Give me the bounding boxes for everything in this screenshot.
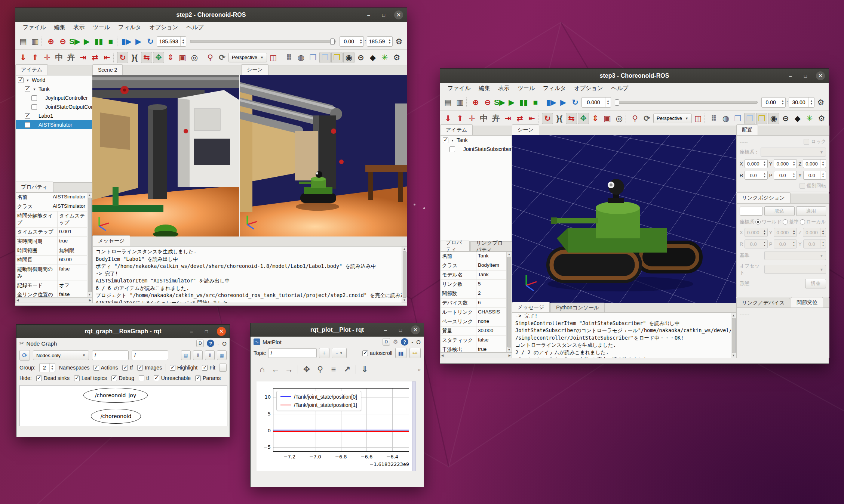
- property-value[interactable]: 無制限: [58, 246, 87, 255]
- item-checkbox[interactable]: [18, 77, 24, 83]
- initial-pose-icon[interactable]: 中: [478, 113, 489, 124]
- toolbar-icon[interactable]: [42, 37, 44, 46]
- scrollbar-vertical[interactable]: ▲▼: [87, 193, 92, 297]
- rotate-sensor-icon[interactable]: ⟳: [641, 113, 653, 124]
- property-value[interactable]: false: [58, 290, 87, 297]
- collision-detection-icon[interactable]: ◫: [268, 52, 279, 63]
- x-spinbox[interactable]: 0.000▲▼: [745, 159, 768, 168]
- pause-simulation-icon[interactable]: ▮▮: [518, 97, 529, 108]
- solid-cube-icon[interactable]: ❐: [307, 52, 319, 63]
- yellow-cube-icon[interactable]: ❐: [331, 52, 343, 63]
- maximize-button[interactable]: □: [202, 327, 211, 336]
- item-tree-row[interactable]: JoyInputController: [16, 93, 92, 102]
- resume-simulation-icon[interactable]: ▶: [506, 97, 517, 108]
- offset-dropdown[interactable]: ▼: [764, 265, 826, 274]
- add-topic-button[interactable]: +: [319, 348, 329, 358]
- lock-checkbox[interactable]: [804, 139, 809, 145]
- property-value[interactable]: 5: [476, 280, 506, 289]
- item-checkbox[interactable]: [25, 113, 30, 119]
- ros-publish-icon[interactable]: ⊕: [45, 36, 56, 47]
- minimize-button[interactable]: –: [364, 10, 373, 19]
- tab-items[interactable]: アイテム: [440, 124, 473, 135]
- point-grid-icon[interactable]: ⠿: [708, 113, 719, 124]
- tab-properties[interactable]: プロパティ: [440, 241, 470, 251]
- titlebar-step2[interactable]: step2 - Choreonoid-ROS – □ ✕: [15, 8, 407, 22]
- restore-body-positions-icon[interactable]: ⇑: [30, 52, 41, 63]
- minimize-button[interactable]: –: [381, 325, 390, 334]
- property-value[interactable]: AISTSimulator: [51, 202, 87, 211]
- playback-start-icon[interactable]: ▶: [558, 97, 569, 108]
- maximize-button[interactable]: □: [801, 71, 810, 80]
- menu-item[interactable]: 表示: [494, 84, 513, 93]
- forward-icon[interactable]: →: [283, 364, 295, 375]
- extra-button[interactable]: [219, 364, 227, 372]
- origin-marker-icon[interactable]: ✛: [466, 113, 478, 124]
- first-person-view-icon[interactable]: ◉: [768, 113, 779, 124]
- open-file-icon[interactable]: ▤: [181, 350, 191, 360]
- save-svg-icon[interactable]: ⇓: [205, 350, 215, 360]
- stop-simulation-icon[interactable]: ■: [105, 36, 116, 47]
- scene-3d-view-1[interactable]: [92, 75, 239, 236]
- playback-sync-icon[interactable]: ▮▶: [546, 97, 557, 108]
- property-value[interactable]: true: [58, 237, 87, 246]
- box-swap-icon[interactable]: ⇄: [514, 113, 525, 124]
- close-button[interactable]: ✕: [411, 325, 420, 334]
- toolbar-icon[interactable]: [201, 53, 204, 62]
- black-cube-icon[interactable]: ◆: [367, 52, 378, 63]
- ros-subscribe-icon[interactable]: ⊖: [57, 36, 68, 47]
- resume-simulation-icon[interactable]: ▶: [81, 36, 92, 47]
- tab-link-device[interactable]: リンク／デバイス: [736, 298, 790, 307]
- item-checkbox[interactable]: [449, 146, 455, 152]
- time-settings-gear-icon[interactable]: ⚙: [815, 97, 826, 108]
- dock-float-button[interactable]: O: [222, 340, 227, 347]
- wireframe-sphere-icon[interactable]: ◍: [295, 52, 307, 63]
- maximize-button[interactable]: □: [396, 325, 405, 334]
- item-tree-row[interactable]: ▾ Tank: [441, 136, 512, 145]
- save-figure-icon[interactable]: ⇓: [358, 364, 371, 375]
- playback-sync-icon[interactable]: ▮▶: [121, 36, 132, 47]
- reload-project-icon[interactable]: ▥: [454, 97, 466, 108]
- menu-item[interactable]: オプション: [146, 23, 182, 32]
- menu-item[interactable]: ヘルプ: [607, 84, 632, 93]
- tab-message[interactable]: メッセージ: [512, 302, 550, 312]
- help-icon[interactable]: ?: [401, 338, 408, 346]
- spin-arrows-icon[interactable]: ▲▼: [387, 37, 392, 46]
- titlebar-step3[interactable]: step3 - Choreonoid-ROS – □ ✕: [440, 69, 829, 83]
- clear-plot-icon[interactable]: ✏: [409, 348, 421, 358]
- time-slider[interactable]: [615, 98, 758, 106]
- yaw-spinbox[interactable]: 0.0▲▼: [803, 171, 826, 180]
- property-value[interactable]: 30.000: [476, 327, 506, 336]
- menu-item[interactable]: ヘルプ: [182, 23, 207, 32]
- transparent-cube-icon[interactable]: ❐: [744, 113, 755, 124]
- range-start-spinbox[interactable]: ▲▼: [761, 97, 786, 108]
- scene-settings-gear-icon[interactable]: ⚙: [816, 113, 827, 124]
- scene-3d-view-2[interactable]: [240, 75, 407, 236]
- gear-target-icon[interactable]: ◎: [614, 113, 625, 124]
- property-value[interactable]: オフ: [58, 281, 87, 290]
- property-value[interactable]: CHASSIS: [476, 308, 506, 317]
- range-start-input[interactable]: [340, 37, 358, 46]
- toolbar-icon[interactable]: [117, 37, 120, 46]
- time-spinbox[interactable]: ▲▼: [157, 36, 186, 47]
- reload-project-icon[interactable]: ▥: [30, 36, 41, 47]
- group-spinbox[interactable]: ▲▼: [39, 363, 55, 372]
- axis-edit-icon[interactable]: ↗: [341, 364, 353, 375]
- item-tree-row[interactable]: Labo1: [16, 111, 92, 120]
- restore-body-positions-icon[interactable]: ⇑: [454, 113, 466, 124]
- item-checkbox[interactable]: [25, 86, 30, 92]
- fetch-button[interactable]: 取込: [764, 206, 795, 216]
- property-value[interactable]: タイムステップ: [58, 211, 87, 227]
- origin-marker-icon[interactable]: ✛: [42, 52, 53, 63]
- toolbar-icon[interactable]: [538, 114, 541, 123]
- property-value[interactable]: AISTSimulator: [51, 193, 87, 202]
- expander-icon[interactable]: ▾: [25, 78, 30, 82]
- menu-item[interactable]: ファイル: [444, 84, 474, 93]
- ros-publish-icon[interactable]: ⊕: [470, 97, 481, 108]
- toolbar-icon[interactable]: [280, 53, 283, 62]
- radio-base[interactable]: [783, 219, 788, 225]
- spin-arrows-icon[interactable]: ▲▼: [808, 98, 814, 107]
- refresh-icon[interactable]: ⟳: [19, 350, 30, 361]
- property-value[interactable]: 6: [476, 299, 506, 307]
- close-button[interactable]: ✕: [816, 71, 825, 80]
- playback-reset-icon[interactable]: ↻: [570, 97, 581, 108]
